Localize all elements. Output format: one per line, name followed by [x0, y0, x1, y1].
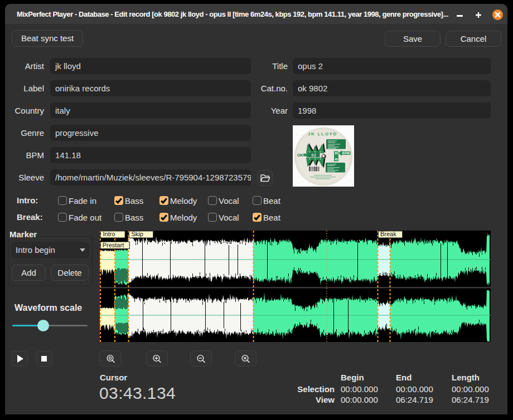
svg-text:Intro: Intro — [103, 231, 115, 237]
svg-text:RPM: RPM — [342, 152, 350, 155]
svg-text:33: 33 — [335, 152, 338, 155]
svg-text:Break: Break — [380, 231, 396, 237]
svg-text:Prestart: Prestart — [103, 242, 124, 248]
svg-text:45: 45 — [335, 158, 338, 161]
svg-text:OK: OK — [297, 153, 303, 157]
svg-text:Skip: Skip — [132, 231, 143, 237]
svg-text:02: 02 — [312, 153, 317, 157]
svg-text:JK LLOYD: JK LLOYD — [308, 131, 337, 136]
